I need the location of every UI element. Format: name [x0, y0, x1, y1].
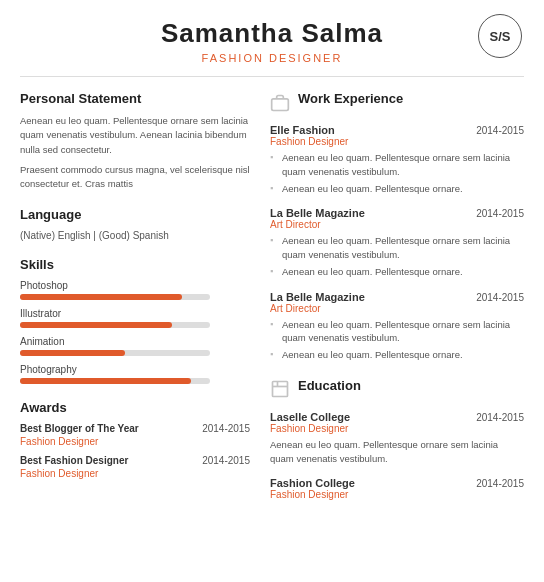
skill-bar-bg: [20, 378, 210, 384]
skill-bar-fill: [20, 322, 172, 328]
edu-role: Fashion Designer: [270, 489, 524, 500]
work-experience-section: Work Experience Elle Fashion 2014-2015 F…: [270, 91, 524, 362]
skill-item: Photoshop: [20, 280, 250, 300]
work-company: La Belle Magazine: [270, 207, 365, 219]
work-role: Art Director: [270, 303, 524, 314]
skill-name: Animation: [20, 336, 250, 347]
work-entry: La Belle Magazine 2014-2015 Art Director…: [270, 207, 524, 278]
work-entry-header: La Belle Magazine 2014-2015: [270, 291, 524, 303]
work-entry: Elle Fashion 2014-2015 Fashion Designer …: [270, 124, 524, 195]
edu-body: Aenean eu leo quam. Pellentesque ornare …: [270, 438, 524, 466]
work-year: 2014-2015: [476, 125, 524, 136]
language-section: Language (Native) English | (Good) Spani…: [20, 207, 250, 241]
award-name: Best Blogger of The Year: [20, 423, 139, 434]
main-content: Personal Statement Aenean eu leo quam. P…: [0, 77, 544, 516]
education-entries-list: Laselle College 2014-2015 Fashion Design…: [270, 411, 524, 501]
awards-list: Best Blogger of The Year 2014-2015 Fashi…: [20, 423, 250, 479]
award-item: Best Fashion Designer 2014-2015 Fashion …: [20, 455, 250, 479]
personal-statement-title: Personal Statement: [20, 91, 250, 106]
work-entry-header: La Belle Magazine 2014-2015: [270, 207, 524, 219]
work-bullets: Aenean eu leo quam. Pellentesque ornare …: [270, 318, 524, 362]
svg-rect-0: [272, 98, 289, 110]
award-name: Best Fashion Designer: [20, 455, 128, 466]
work-entry: La Belle Magazine 2014-2015 Art Director…: [270, 291, 524, 362]
skill-bar-bg: [20, 322, 210, 328]
skill-bar-fill: [20, 378, 191, 384]
edu-year: 2014-2015: [476, 412, 524, 423]
work-role: Fashion Designer: [270, 136, 524, 147]
work-bullet: Aenean eu leo quam. Pellentesque ornare …: [270, 151, 524, 179]
skills-list: Photoshop Illustrator Animation Photogra…: [20, 280, 250, 384]
work-bullet: Aenean eu leo quam. Pellentesque ornare.: [270, 348, 524, 362]
award-year: 2014-2015: [202, 423, 250, 434]
award-item: Best Blogger of The Year 2014-2015 Fashi…: [20, 423, 250, 447]
work-bullets: Aenean eu leo quam. Pellentesque ornare …: [270, 151, 524, 195]
award-row: Best Blogger of The Year 2014-2015: [20, 423, 250, 434]
award-row: Best Fashion Designer 2014-2015: [20, 455, 250, 466]
skills-title: Skills: [20, 257, 250, 272]
edu-role: Fashion Designer: [270, 423, 524, 434]
work-company: Elle Fashion: [270, 124, 335, 136]
awards-section: Awards Best Blogger of The Year 2014-201…: [20, 400, 250, 479]
skill-bar-bg: [20, 294, 210, 300]
work-company: La Belle Magazine: [270, 291, 365, 303]
award-year: 2014-2015: [202, 455, 250, 466]
header: Samantha Salma FASHION DESIGNER S/S: [0, 0, 544, 77]
svg-rect-1: [273, 382, 288, 397]
language-text: (Native) English | (Good) Spanish: [20, 230, 250, 241]
education-icon: [270, 379, 290, 399]
edu-company: Fashion College: [270, 477, 355, 489]
award-role: Fashion Designer: [20, 468, 250, 479]
personal-statement-p2: Praesent commodo cursus magna, vel scele…: [20, 163, 250, 192]
candidate-name: Samantha Salma: [20, 18, 524, 49]
skill-item: Animation: [20, 336, 250, 356]
work-year: 2014-2015: [476, 292, 524, 303]
work-bullets: Aenean eu leo quam. Pellentesque ornare …: [270, 234, 524, 278]
work-bullet: Aenean eu leo quam. Pellentesque ornare …: [270, 234, 524, 262]
edu-entry-header: Fashion College 2014-2015: [270, 477, 524, 489]
education-title: Education: [298, 378, 361, 393]
skill-item: Photography: [20, 364, 250, 384]
work-bullet: Aenean eu leo quam. Pellentesque ornare.: [270, 265, 524, 279]
skill-name: Photography: [20, 364, 250, 375]
candidate-title: FASHION DESIGNER: [20, 52, 524, 64]
edu-entry-header: Laselle College 2014-2015: [270, 411, 524, 423]
edu-company: Laselle College: [270, 411, 350, 423]
edu-year: 2014-2015: [476, 478, 524, 489]
education-section: Education Laselle College 2014-2015 Fash…: [270, 378, 524, 501]
work-experience-title: Work Experience: [298, 91, 403, 106]
skill-bar-bg: [20, 350, 210, 356]
work-bullet: Aenean eu leo quam. Pellentesque ornare.: [270, 182, 524, 196]
work-entries-list: Elle Fashion 2014-2015 Fashion Designer …: [270, 124, 524, 362]
work-experience-header: Work Experience: [270, 91, 524, 114]
skill-bar-fill: [20, 294, 182, 300]
work-role: Art Director: [270, 219, 524, 230]
left-column: Personal Statement Aenean eu leo quam. P…: [20, 91, 250, 516]
edu-entry: Laselle College 2014-2015 Fashion Design…: [270, 411, 524, 466]
award-role: Fashion Designer: [20, 436, 250, 447]
briefcase-icon: [270, 93, 290, 113]
skill-name: Photoshop: [20, 280, 250, 291]
right-column: Work Experience Elle Fashion 2014-2015 F…: [270, 91, 524, 516]
skill-bar-fill: [20, 350, 125, 356]
skills-section: Skills Photoshop Illustrator Animation P…: [20, 257, 250, 384]
skill-name: Illustrator: [20, 308, 250, 319]
education-header: Education: [270, 378, 524, 401]
language-title: Language: [20, 207, 250, 222]
work-year: 2014-2015: [476, 208, 524, 219]
work-bullet: Aenean eu leo quam. Pellentesque ornare …: [270, 318, 524, 346]
personal-statement-p1: Aenean eu leo quam. Pellentesque ornare …: [20, 114, 250, 157]
avatar: S/S: [478, 14, 522, 58]
skill-item: Illustrator: [20, 308, 250, 328]
awards-title: Awards: [20, 400, 250, 415]
personal-statement-section: Personal Statement Aenean eu leo quam. P…: [20, 91, 250, 191]
edu-entry: Fashion College 2014-2015 Fashion Design…: [270, 477, 524, 500]
work-entry-header: Elle Fashion 2014-2015: [270, 124, 524, 136]
